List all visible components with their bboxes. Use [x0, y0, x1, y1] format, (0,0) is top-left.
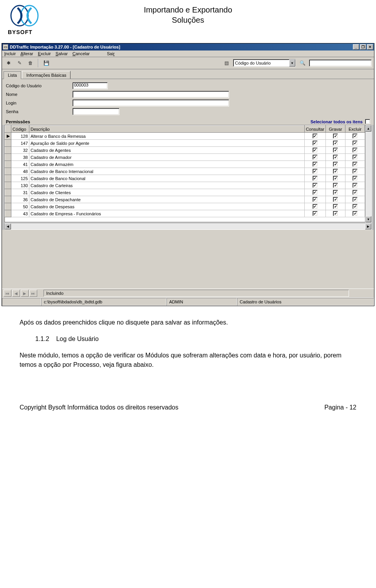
- nome-input[interactable]: [72, 91, 229, 98]
- checkbox[interactable]: ✔: [313, 162, 318, 167]
- edit-icon[interactable]: ✎: [15, 59, 24, 67]
- cell-consultar[interactable]: ✔: [304, 147, 325, 154]
- checkbox[interactable]: ✔: [333, 197, 338, 202]
- grid-horizontal-scrollbar[interactable]: ◀ ▶: [4, 224, 372, 230]
- checkbox[interactable]: ✔: [352, 176, 358, 181]
- codigo-input[interactable]: 000003: [72, 82, 108, 89]
- checkbox[interactable]: ✔: [313, 211, 318, 216]
- cell-consultar[interactable]: ✔: [304, 196, 325, 203]
- menu-sair[interactable]: Sair: [107, 51, 115, 56]
- checkbox[interactable]: ✔: [313, 148, 318, 153]
- cell-excluir[interactable]: ✔: [345, 189, 365, 196]
- checkbox[interactable]: ✔: [352, 169, 358, 174]
- cell-gravar[interactable]: ✔: [326, 147, 345, 154]
- table-row[interactable]: 43Cadastro de Empresa - Funcionários✔✔✔: [5, 210, 365, 217]
- checkbox[interactable]: ✔: [352, 155, 358, 160]
- checkbox[interactable]: ✔: [333, 162, 338, 167]
- tab-informacoes-basicas[interactable]: Informações Básicas: [22, 71, 70, 79]
- table-row[interactable]: ▶128Alterar o Banco da Remessa✔✔✔: [5, 133, 365, 140]
- cell-consultar[interactable]: ✔: [304, 154, 325, 161]
- table-row[interactable]: 31Cadastro de Clientes✔✔✔: [5, 189, 365, 196]
- checkbox[interactable]: ✔: [313, 176, 318, 181]
- cell-gravar[interactable]: ✔: [326, 133, 345, 140]
- scroll-up-icon[interactable]: ▲: [365, 125, 371, 132]
- search-field-combo[interactable]: Código do Usuário ▼: [233, 59, 296, 67]
- checkbox[interactable]: ✔: [333, 204, 338, 209]
- cell-gravar[interactable]: ✔: [326, 175, 345, 182]
- nav-next-icon[interactable]: ▶: [21, 290, 29, 297]
- senha-input[interactable]: [72, 108, 119, 115]
- menu-salvar[interactable]: Salvar: [56, 51, 68, 56]
- grid-header-descricao[interactable]: Descrição: [29, 126, 305, 133]
- cell-excluir[interactable]: ✔: [345, 210, 365, 217]
- checkbox[interactable]: ✔: [352, 190, 358, 195]
- cell-gravar[interactable]: ✔: [326, 196, 345, 203]
- nav-last-icon[interactable]: ⏭: [29, 290, 37, 297]
- cell-consultar[interactable]: ✔: [304, 182, 325, 189]
- new-icon[interactable]: ✱: [4, 59, 13, 67]
- delete-icon[interactable]: 🗑: [26, 59, 35, 67]
- cell-gravar[interactable]: ✔: [326, 161, 345, 168]
- checkbox[interactable]: ✔: [352, 162, 358, 167]
- grid-header-codigo[interactable]: Código: [11, 126, 29, 133]
- report-icon[interactable]: ▤: [222, 59, 231, 67]
- table-row[interactable]: 38Cadastro de Armador✔✔✔: [5, 154, 365, 161]
- close-button[interactable]: ✕: [367, 44, 373, 50]
- checkbox[interactable]: ✔: [313, 197, 318, 202]
- tab-lista[interactable]: Lista: [4, 71, 21, 79]
- checkbox[interactable]: ✔: [333, 155, 338, 160]
- cell-excluir[interactable]: ✔: [345, 175, 365, 182]
- checkbox[interactable]: ✔: [352, 141, 358, 146]
- cell-gravar[interactable]: ✔: [326, 140, 345, 147]
- cell-consultar[interactable]: ✔: [304, 140, 325, 147]
- checkbox[interactable]: ✔: [313, 169, 318, 174]
- menu-incluir[interactable]: Incluir: [4, 51, 16, 56]
- table-row[interactable]: 48Cadastro de Banco Internacional✔✔✔: [5, 168, 365, 175]
- cell-gravar[interactable]: ✔: [326, 154, 345, 161]
- table-row[interactable]: 147Apuração de Saldo por Agente✔✔✔: [5, 140, 365, 147]
- cell-consultar[interactable]: ✔: [304, 210, 325, 217]
- nav-first-icon[interactable]: ⏮: [4, 290, 11, 297]
- cell-gravar[interactable]: ✔: [326, 210, 345, 217]
- table-row[interactable]: 130Cadastro de Carteiras✔✔✔: [5, 182, 365, 189]
- checkbox[interactable]: ✔: [313, 204, 318, 209]
- table-row[interactable]: 50Cadastro de Despesas✔✔✔: [5, 203, 365, 210]
- cell-excluir[interactable]: ✔: [345, 196, 365, 203]
- nav-prev-icon[interactable]: ◀: [12, 290, 20, 297]
- menu-excluir[interactable]: Excluir: [38, 51, 51, 56]
- cell-excluir[interactable]: ✔: [345, 140, 365, 147]
- grid-header-consultar[interactable]: Consultar: [304, 126, 325, 133]
- cell-gravar[interactable]: ✔: [326, 203, 345, 210]
- cell-excluir[interactable]: ✔: [345, 182, 365, 189]
- scroll-right-icon[interactable]: ▶: [365, 224, 371, 229]
- checkbox[interactable]: ✔: [333, 141, 338, 146]
- menu-alterar[interactable]: Alterar: [20, 51, 33, 56]
- cell-gravar[interactable]: ✔: [326, 168, 345, 175]
- checkbox[interactable]: ✔: [313, 190, 318, 195]
- checkbox[interactable]: ✔: [333, 148, 338, 153]
- checkbox[interactable]: ✔: [333, 190, 338, 195]
- cell-consultar[interactable]: ✔: [304, 203, 325, 210]
- cell-excluir[interactable]: ✔: [345, 203, 365, 210]
- chevron-down-icon[interactable]: ▼: [289, 60, 295, 67]
- grid-header-excluir[interactable]: Excluir: [345, 126, 365, 133]
- checkbox[interactable]: ✔: [333, 176, 338, 181]
- cell-excluir[interactable]: ✔: [345, 161, 365, 168]
- cell-excluir[interactable]: ✔: [345, 154, 365, 161]
- cell-excluir[interactable]: ✔: [345, 133, 365, 140]
- scroll-left-icon[interactable]: ◀: [5, 224, 11, 229]
- cell-consultar[interactable]: ✔: [304, 175, 325, 182]
- cell-excluir[interactable]: ✔: [345, 147, 365, 154]
- cell-consultar[interactable]: ✔: [304, 161, 325, 168]
- checkbox[interactable]: ✔: [333, 211, 338, 216]
- checkbox[interactable]: ✔: [352, 197, 358, 202]
- grid-vertical-scrollbar[interactable]: ▲ ▼: [365, 125, 371, 222]
- table-row[interactable]: 41Cadastro de Armazém✔✔✔: [5, 161, 365, 168]
- checkbox[interactable]: ✔: [352, 133, 358, 139]
- menu-cancelar[interactable]: Cancelar: [72, 51, 90, 56]
- minimize-button[interactable]: _: [353, 44, 359, 50]
- login-input[interactable]: [72, 99, 229, 106]
- checkbox[interactable]: ✔: [352, 204, 358, 209]
- search-input[interactable]: [309, 60, 372, 67]
- table-row[interactable]: 125Cadastro de Banco Nacional✔✔✔: [5, 175, 365, 182]
